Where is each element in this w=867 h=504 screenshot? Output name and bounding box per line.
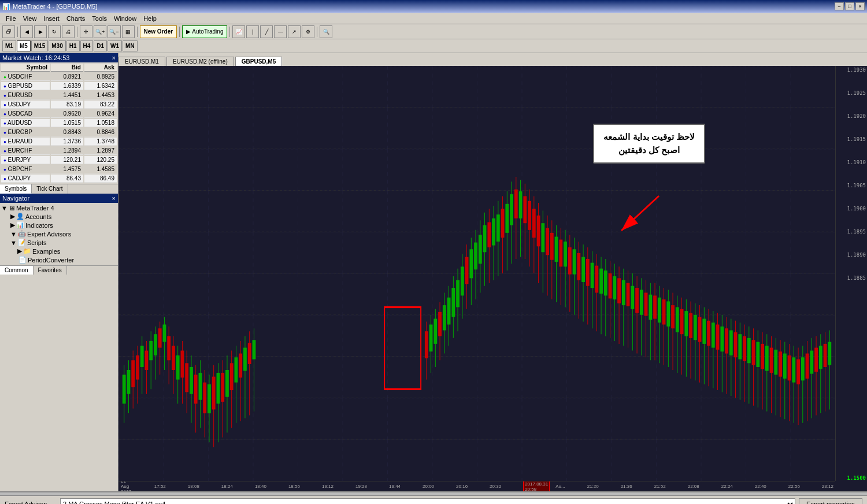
nav-item-root[interactable]: ▼ 🖥 MetaTrader 4 (1, 204, 117, 212)
close-button[interactable]: × (855, 2, 865, 10)
expert-properties-btn[interactable]: Expert properties (799, 498, 862, 504)
svg-rect-88 (461, 266, 464, 295)
mw-cell-bid: 120.21 (51, 156, 83, 164)
hline-btn[interactable]: — (274, 25, 287, 38)
nav-tab-common[interactable]: Common (0, 266, 34, 275)
line-btn[interactable]: ╱ (260, 25, 273, 38)
maximize-button[interactable]: □ (845, 2, 854, 10)
arrow-btn[interactable]: ↗ (288, 25, 301, 38)
svg-rect-122 (537, 216, 540, 246)
svg-rect-14 (127, 370, 131, 394)
mw-cell-bid: 86.43 (51, 175, 83, 183)
period-m1[interactable]: M1 (2, 40, 16, 51)
period-h1[interactable]: H1 (66, 40, 80, 51)
chart-tab-gbpusd-m5[interactable]: GBPUSD,M5 (235, 57, 282, 66)
nav-item-indicators[interactable]: ▶ 📊 Indicators (1, 221, 117, 229)
period-m15[interactable]: M15 (31, 40, 48, 51)
period-d1[interactable]: D1 (94, 40, 107, 51)
crosshair-btn[interactable]: ✛ (80, 25, 92, 38)
nav-examples-label: Examples (32, 248, 60, 255)
ea-row: Expert Advisor: 2 MA Crosses Mega filter… (5, 498, 862, 504)
chart-view-btn[interactable]: ▦ (122, 25, 135, 38)
nav-item-scripts[interactable]: ▼ 📝 Scripts (1, 238, 117, 247)
sep3 (137, 27, 138, 37)
svg-rect-232 (783, 354, 787, 379)
new-order-btn[interactable]: New Order (140, 25, 177, 38)
search-btn[interactable]: 🔍 (320, 25, 332, 38)
svg-rect-212 (738, 334, 742, 359)
svg-rect-202 (716, 324, 720, 349)
svg-rect-76 (433, 318, 437, 343)
menu-window[interactable]: Window (110, 14, 140, 23)
chart-tab-eurusd-m2[interactable]: EURUSD,M2 (offline) (166, 57, 234, 66)
menu-insert[interactable]: Insert (40, 14, 63, 23)
svg-rect-54 (217, 373, 220, 403)
menu-file[interactable]: File (2, 14, 20, 23)
zoom-in-btn[interactable]: 🔍+ (94, 25, 106, 38)
svg-rect-100 (487, 223, 491, 247)
svg-rect-242 (806, 354, 809, 379)
svg-rect-74 (429, 324, 433, 351)
autotrading-btn[interactable]: ▶ AutoTrading (182, 25, 227, 38)
svg-rect-226 (770, 348, 773, 373)
navigator-tree: ▼ 🖥 MetaTrader 4 ▶ 👤 Accounts ▶ 📊 Indica… (0, 203, 118, 265)
svg-rect-162 (627, 283, 630, 306)
period-mn[interactable]: MN (123, 40, 138, 51)
market-watch-close[interactable]: × (112, 54, 116, 61)
menu-help[interactable]: Help (140, 14, 160, 23)
chart-tab-eurusd-m1[interactable]: EURUSD,M1 (118, 57, 165, 66)
period-h4[interactable]: H4 (80, 40, 94, 51)
svg-rect-28 (158, 328, 162, 347)
svg-rect-70 (253, 340, 256, 359)
new-chart-btn[interactable]: 🗗 (2, 25, 15, 38)
svg-rect-196 (702, 318, 706, 343)
minimize-button[interactable]: − (835, 2, 844, 10)
nav-item-examples[interactable]: ▶ 📁 Examples (1, 247, 117, 255)
experts-icon: 🤖 (18, 230, 26, 238)
nav-item-accounts[interactable]: ▶ 👤 Accounts (1, 212, 117, 221)
period-m30[interactable]: M30 (49, 40, 65, 51)
menu-view[interactable]: View (20, 14, 40, 23)
navigator-tabs: Common Favorites (0, 265, 118, 275)
period-m5[interactable]: M5 (17, 40, 31, 51)
mw-cell-symbol: ● USDCAD (1, 110, 50, 118)
svg-rect-124 (541, 223, 544, 252)
period-conv-icon: 📄 (18, 256, 27, 264)
ea-dropdown[interactable]: 2 MA Crosses Mega filter EA V1.ex4 (60, 498, 795, 504)
mw-cell-bid: 0.8921 (51, 73, 83, 81)
templates-btn[interactable]: ⚙ (302, 25, 314, 38)
mw-cell-symbol: ● USDCHF (1, 73, 50, 81)
period-sep-btn[interactable]: | (246, 25, 259, 38)
mw-tab-tick[interactable]: Tick Chart (32, 184, 68, 194)
mw-tab-symbols[interactable]: Symbols (0, 184, 32, 194)
mw-cell-symbol: ● GBPUSD (1, 82, 50, 90)
svg-rect-180 (666, 301, 670, 326)
fwd-btn[interactable]: ▶ (34, 25, 47, 38)
nav-tab-favorites[interactable]: Favorites (34, 266, 67, 275)
nav-expand-root: ▼ (1, 205, 8, 212)
back-btn[interactable]: ◀ (20, 25, 33, 38)
menu-bar: File View Insert Charts Tools Window Hel… (0, 13, 867, 24)
zoom-out-btn[interactable]: 🔍− (108, 25, 120, 38)
time-label-2: 17:52 (154, 484, 166, 489)
menu-charts[interactable]: Charts (63, 14, 88, 23)
indicator-btn[interactable]: 📈 (232, 25, 245, 38)
svg-rect-44 (194, 375, 198, 403)
print-btn[interactable]: 🖨 (62, 25, 75, 38)
svg-rect-140 (577, 253, 580, 280)
menu-tools[interactable]: Tools (88, 14, 110, 23)
svg-rect-56 (221, 373, 224, 402)
nav-item-period-converter[interactable]: 📄 PeriodConverter (1, 255, 117, 264)
title-text: MetaTrader 4 - [GBPUSD,M5] (13, 3, 97, 10)
nav-item-experts[interactable]: ▼ 🤖 Expert Advisors (1, 229, 117, 238)
examples-folder-icon: 📁 (23, 247, 31, 255)
refresh-btn[interactable]: ↻ (48, 25, 61, 38)
svg-rect-52 (212, 377, 216, 410)
title-bar-text: 📊 MetaTrader 4 - [GBPUSD,M5] (2, 3, 97, 10)
period-w1[interactable]: W1 (108, 40, 122, 51)
svg-rect-34 (172, 346, 175, 370)
navigator-close[interactable]: × (112, 195, 116, 202)
svg-rect-20 (140, 346, 144, 367)
mw-cell-ask: 0.8846 (84, 128, 117, 136)
mw-col-bid: Bid (51, 64, 83, 72)
